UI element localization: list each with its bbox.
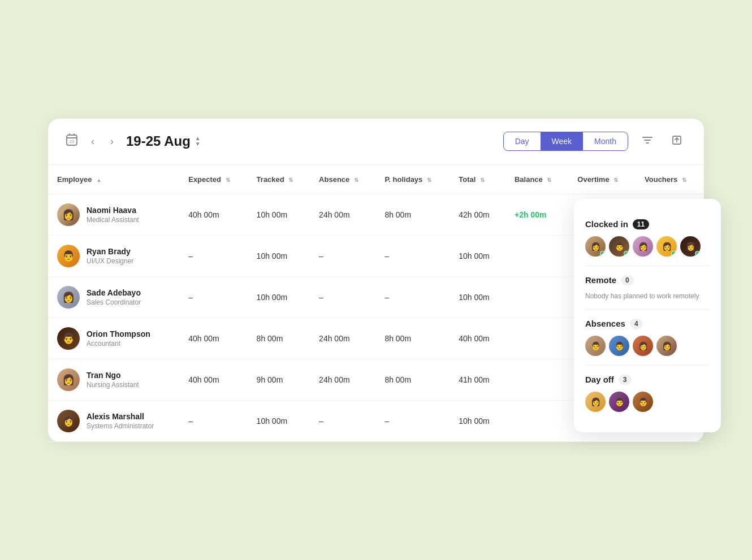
- absence-cell: 24h 00m: [310, 194, 375, 235]
- absence-avatar[interactable]: 👨: [609, 336, 629, 356]
- absences-title: Absences: [585, 319, 625, 328]
- sort-tracked-icon: ⇅: [288, 177, 293, 183]
- employee-name: Sade Adebayo: [87, 288, 141, 297]
- tracked-cell: 8h 00m: [248, 318, 310, 359]
- balance-cell: +2h 00m: [505, 194, 568, 235]
- employee-role: Accountant: [87, 340, 150, 348]
- employee-cell: 👩 Naomi Haava Medical Assistant: [57, 203, 170, 226]
- balance-cell: [505, 359, 568, 400]
- filter-button[interactable]: [637, 131, 658, 152]
- clocked-in-avatar[interactable]: 👩: [680, 236, 701, 257]
- svg-text:23: 23: [70, 140, 74, 144]
- day-off-avatar[interactable]: 👨: [633, 392, 653, 412]
- col-employee[interactable]: Employee ▲: [48, 165, 179, 194]
- main-card: 23 ‹ › 19-25 Aug ▲▼ Day Week Month: [48, 119, 704, 442]
- table-header-row: Employee ▲ Expected ⇅ Tracked ⇅ Absence …: [48, 165, 704, 194]
- day-off-badge: 3: [619, 375, 632, 385]
- absence-avatar[interactable]: 👩: [656, 336, 677, 356]
- sort-total-icon: ⇅: [480, 177, 485, 183]
- employee-info: Alexis Marshall Systems Administrator: [87, 412, 154, 430]
- date-label: 19-25 Aug: [126, 133, 191, 149]
- view-month-button[interactable]: Month: [583, 132, 628, 150]
- col-tracked-label: Tracked: [257, 175, 284, 184]
- clocked-in-avatar[interactable]: 👨: [609, 236, 629, 257]
- tracked-cell: 10h 00m: [248, 194, 310, 235]
- date-range: 19-25 Aug ▲▼: [126, 133, 201, 149]
- total-cell: 41h 00m: [450, 359, 505, 400]
- absences-section: Absences 4 👨 👨 👩 👩: [585, 310, 710, 366]
- clocked-in-avatar[interactable]: 👩: [585, 236, 606, 257]
- col-vouchers-label: Vouchers: [645, 175, 677, 184]
- export-button[interactable]: [667, 131, 687, 152]
- absence-cell: 24h 00m: [310, 359, 375, 400]
- col-absence[interactable]: Absence ⇅: [310, 165, 375, 194]
- employee-name: Naomi Haava: [87, 206, 139, 215]
- employee-name: Tran Ngo: [87, 371, 139, 380]
- clocked-in-avatar[interactable]: 👩: [633, 236, 653, 257]
- expected-cell: –: [179, 276, 247, 318]
- col-tracked[interactable]: Tracked ⇅: [248, 165, 310, 194]
- p-holidays-cell: 8h 00m: [375, 194, 450, 235]
- col-overtime-label: Overtime: [577, 175, 609, 184]
- tracked-cell: 10h 00m: [248, 276, 310, 318]
- side-panel: Clocked in 11 👩 👨 👩: [574, 199, 721, 432]
- avatar: 👩: [57, 368, 80, 391]
- total-cell: 10h 00m: [450, 276, 505, 318]
- employee-role: Sales Coordinator: [87, 298, 141, 306]
- expected-cell: 40h 00m: [179, 359, 247, 400]
- day-off-avatar[interactable]: 👨: [609, 392, 629, 412]
- avatar: 👩: [57, 410, 80, 432]
- nav-next-button[interactable]: ›: [107, 133, 117, 150]
- calendar-icon[interactable]: 23: [65, 133, 79, 150]
- col-total[interactable]: Total ⇅: [450, 165, 505, 194]
- date-picker-arrows[interactable]: ▲▼: [195, 136, 201, 147]
- absence-cell: –: [310, 235, 375, 276]
- absence-avatar[interactable]: 👩: [633, 336, 653, 356]
- nav-prev-button[interactable]: ‹: [88, 133, 98, 150]
- col-balance-label: Balance: [515, 175, 543, 184]
- total-cell: 40h 00m: [450, 318, 505, 359]
- employee-role: UI/UX Designer: [87, 257, 133, 265]
- p-holidays-cell: –: [375, 400, 450, 441]
- avatar: 👩: [57, 286, 80, 309]
- day-off-avatar[interactable]: 👩: [585, 392, 606, 412]
- table-section: Employee ▲ Expected ⇅ Tracked ⇅ Absence …: [48, 165, 704, 442]
- view-week-button[interactable]: Week: [541, 132, 584, 150]
- tracked-cell: 10h 00m: [248, 400, 310, 441]
- avatar: 👩: [57, 203, 80, 226]
- col-expected[interactable]: Expected ⇅: [179, 165, 247, 194]
- absence-avatar[interactable]: 👨: [585, 336, 606, 356]
- col-expected-label: Expected: [188, 175, 221, 184]
- tracked-cell: 9h 00m: [248, 359, 310, 400]
- col-total-label: Total: [459, 175, 476, 184]
- avatar: 👨: [57, 245, 80, 267]
- sort-expected-icon: ⇅: [226, 177, 230, 183]
- col-vouchers[interactable]: Vouchers ⇅: [636, 165, 704, 194]
- remote-title: Remote: [585, 275, 616, 285]
- p-holidays-cell: –: [375, 235, 450, 276]
- employee-info: Sade Adebayo Sales Coordinator: [87, 288, 141, 306]
- avatar: 👨: [57, 327, 80, 350]
- col-overtime[interactable]: Overtime ⇅: [568, 165, 636, 194]
- absence-cell: 24h 00m: [310, 318, 375, 359]
- employee-info: Ryan Brady UI/UX Designer: [87, 247, 133, 265]
- sort-p-holidays-icon: ⇅: [427, 177, 431, 183]
- employee-role: Systems Administrator: [87, 422, 154, 430]
- col-employee-label: Employee: [57, 175, 92, 184]
- sort-employee-icon: ▲: [96, 177, 102, 183]
- sort-balance-icon: ⇅: [547, 177, 551, 183]
- clocked-in-title: Clocked in: [585, 219, 628, 229]
- employee-info: Naomi Haava Medical Assistant: [87, 206, 139, 224]
- clocked-in-avatar[interactable]: 👩: [656, 236, 677, 257]
- expected-cell: 40h 00m: [179, 194, 247, 235]
- view-day-button[interactable]: Day: [504, 132, 541, 150]
- col-balance[interactable]: Balance ⇅: [505, 165, 568, 194]
- absence-cell: –: [310, 400, 375, 441]
- col-p-holidays-label: P. holidays: [384, 175, 422, 184]
- col-p-holidays[interactable]: P. holidays ⇅: [375, 165, 450, 194]
- tracked-cell: 10h 00m: [248, 235, 310, 276]
- clocked-in-section: Clocked in 11 👩 👨 👩: [585, 210, 710, 266]
- expected-cell: 40h 00m: [179, 318, 247, 359]
- employee-cell: 👩 Sade Adebayo Sales Coordinator: [57, 286, 170, 309]
- day-off-avatars: 👩 👨 👨: [585, 392, 710, 412]
